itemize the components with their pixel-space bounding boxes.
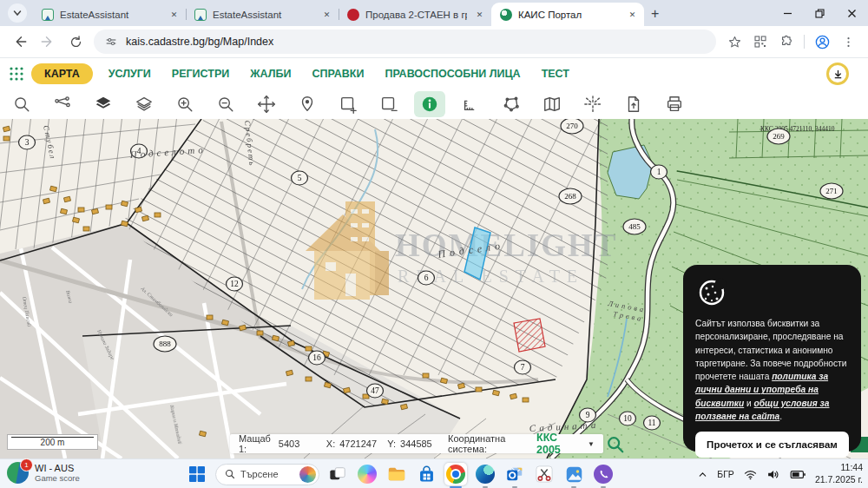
battery-icon[interactable] [790, 468, 806, 481]
nav-item-жалби[interactable]: ЖАЛБИ [250, 68, 291, 80]
map-sheets-tool-button[interactable] [536, 91, 568, 117]
scale-value[interactable]: 5403 [279, 439, 313, 449]
browser-tab[interactable]: КАИС Портал✕ [491, 3, 644, 26]
url-text[interactable]: kais.cadastre.bg/bg/Map/Index [126, 36, 273, 48]
close-button[interactable] [836, 0, 868, 26]
restore-button[interactable] [804, 0, 836, 26]
tab-close-icon[interactable]: ✕ [168, 8, 181, 21]
map-canvas[interactable]: HOMELIGHT REAL ESTATE ККС 2005 4721110, … [0, 119, 868, 458]
zoom-in-tool-button[interactable] [169, 91, 201, 117]
select-remove-tool-button[interactable] [373, 91, 404, 117]
volume-icon[interactable] [766, 467, 781, 482]
file-explorer-button[interactable] [385, 463, 408, 485]
restore-icon [815, 9, 825, 18]
search-tool-button[interactable] [6, 91, 37, 117]
tab-close-icon[interactable]: ✕ [320, 8, 333, 21]
back-button[interactable] [7, 29, 33, 55]
hidden-icons-chevron-icon[interactable] [697, 469, 708, 480]
task-view-button[interactable] [326, 463, 349, 485]
reload-icon [69, 35, 83, 49]
export-tool-button[interactable] [618, 91, 649, 117]
zoom-out-tool-button[interactable] [210, 91, 241, 117]
browser-tab[interactable]: EstateAssistant✕ [33, 3, 186, 26]
select-add-tool-button[interactable] [332, 91, 364, 117]
divider [804, 35, 805, 49]
parcel-number: 271 [825, 187, 838, 195]
watermark-text-1: HOMELIGHT [395, 228, 617, 263]
address-bar-actions [721, 29, 861, 55]
qr-button[interactable] [747, 29, 773, 55]
measure-area-tool-button[interactable] [496, 91, 527, 117]
new-tab-button[interactable]: + [651, 6, 659, 22]
nav-item-услуги[interactable]: УСЛУГИ [108, 68, 151, 80]
tab-search-button[interactable] [8, 3, 27, 23]
nav-item-тест[interactable]: ТЕСТ [542, 68, 569, 80]
language-indicator[interactable]: БГР [717, 469, 734, 479]
download-button[interactable] [826, 63, 849, 85]
nav-item-правоспособни-лица[interactable]: ПРАВОСПОСОБНИ ЛИЦА [385, 68, 520, 80]
layers-outline-icon [135, 95, 154, 114]
extensions-button[interactable] [773, 29, 799, 55]
nav-item-карта[interactable]: КАРТА [31, 63, 93, 84]
search-highlight-image [299, 466, 316, 483]
start-button[interactable] [186, 463, 208, 485]
snap-tool-button[interactable] [577, 91, 608, 117]
browser-menu-button[interactable] [835, 29, 861, 55]
map-search-button[interactable] [606, 435, 625, 454]
browser-tab[interactable]: Продава 2-СТАЕН в град Соф...✕ [339, 3, 491, 26]
crs-dropdown-caret-icon[interactable]: ▼ [588, 440, 595, 448]
crs-value[interactable]: ККС 2005 [536, 432, 576, 456]
route-tool-button[interactable] [47, 91, 78, 117]
viber-icon [594, 465, 613, 484]
parcel-number: 269 [773, 132, 785, 141]
layers-outline-tool-button[interactable] [128, 91, 160, 117]
taskbar-widget[interactable]: 1 WI - AUS Game score [7, 462, 80, 484]
info-icon [420, 95, 439, 114]
cookie-text-3: . [779, 412, 782, 421]
nav-item-регистри[interactable]: РЕГИСТРИ [172, 68, 229, 80]
bookmark-button[interactable] [721, 29, 747, 55]
snipping-tool-button[interactable] [533, 463, 556, 485]
browser-tab[interactable]: EstateAssistant✕ [186, 3, 339, 26]
taskbar-search[interactable]: Търсене [215, 464, 319, 485]
photos-button[interactable] [562, 463, 585, 485]
pan-icon [257, 95, 276, 114]
parcel-number: 47 [371, 386, 379, 395]
forward-button[interactable] [35, 29, 61, 55]
info-tool-button[interactable] [414, 91, 445, 117]
chrome-button[interactable] [444, 463, 467, 485]
omnibox[interactable]: kais.cadastre.bg/bg/Map/Index [94, 30, 716, 54]
parcel-number: 12 [230, 280, 239, 288]
location-tool-button[interactable] [292, 91, 323, 117]
system-tray: БГР 11:44 21.7.2025 г. [697, 459, 863, 488]
layers-filled-tool-button[interactable] [88, 91, 119, 117]
measure-length-tool-button[interactable] [455, 91, 486, 117]
edge-button[interactable] [474, 463, 496, 485]
tab-close-icon[interactable]: ✕ [626, 8, 639, 21]
site-info-icon[interactable] [104, 35, 118, 49]
tab-close-icon[interactable]: ✕ [473, 8, 486, 21]
apps-grid-icon[interactable] [9, 66, 24, 82]
taskbar-clock[interactable]: 11:44 21.7.2025 г. [815, 462, 863, 485]
select-add-icon [339, 95, 358, 114]
store-button[interactable] [415, 463, 437, 485]
pan-tool-button[interactable] [251, 91, 282, 117]
parcel-number: 888 [159, 340, 171, 348]
print-tool-button[interactable] [659, 91, 690, 117]
copilot-button[interactable] [356, 463, 378, 485]
chevron-down-icon [13, 9, 22, 17]
tray-date: 21.7.2025 г. [815, 474, 863, 486]
cookie-accept-button[interactable]: Прочетох и се съгласявам [695, 432, 849, 458]
nav-item-справки[interactable]: СПРАВКИ [312, 68, 364, 80]
hatched-parcel[interactable] [514, 319, 545, 352]
reload-button[interactable] [62, 29, 89, 55]
minimize-button[interactable] [772, 0, 804, 26]
viber-button[interactable] [592, 463, 615, 485]
outlook-button[interactable] [503, 463, 526, 485]
browser-tabs: EstateAssistant✕EstateAssistant✕Продава … [33, 3, 644, 26]
profile-button[interactable] [809, 29, 835, 55]
snap-icon [583, 95, 602, 114]
outlook-icon [505, 465, 524, 484]
wifi-icon[interactable] [743, 467, 758, 482]
photos-icon [565, 465, 583, 484]
